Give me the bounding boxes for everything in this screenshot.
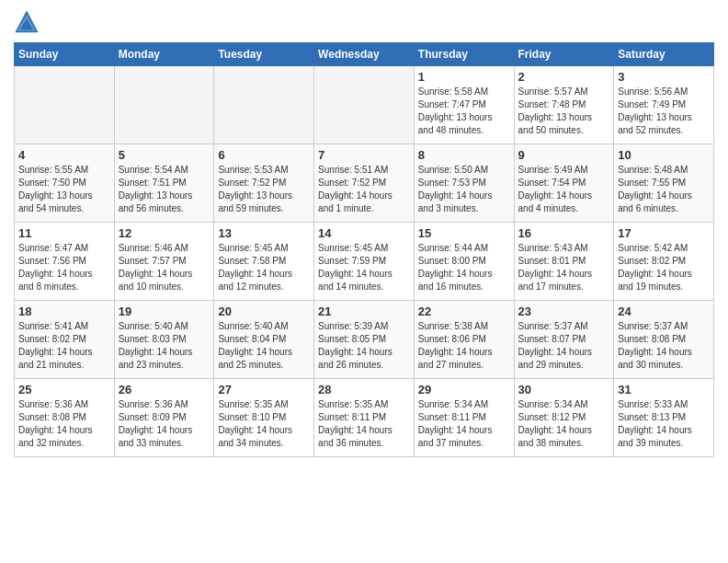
- day-info: Sunrise: 5:33 AM Sunset: 8:13 PM Dayligh…: [618, 398, 710, 450]
- weekday-header-monday: Monday: [114, 43, 214, 66]
- calendar-cell: 28Sunrise: 5:35 AM Sunset: 8:11 PM Dayli…: [314, 379, 415, 457]
- weekday-header-wednesday: Wednesday: [314, 43, 415, 66]
- calendar-cell: 19Sunrise: 5:40 AM Sunset: 8:03 PM Dayli…: [114, 301, 214, 379]
- day-number: 13: [218, 226, 310, 240]
- day-number: 16: [518, 226, 610, 240]
- day-number: 25: [18, 383, 110, 396]
- day-info: Sunrise: 5:39 AM Sunset: 8:05 PM Dayligh…: [318, 320, 410, 372]
- day-number: 5: [119, 148, 210, 162]
- calendar-cell: 25Sunrise: 5:36 AM Sunset: 8:08 PM Dayli…: [15, 379, 115, 457]
- calendar-cell: [114, 66, 214, 144]
- day-number: 23: [518, 304, 610, 318]
- day-info: Sunrise: 5:58 AM Sunset: 7:47 PM Dayligh…: [418, 86, 510, 137]
- day-info: Sunrise: 5:34 AM Sunset: 8:11 PM Dayligh…: [418, 398, 510, 450]
- day-info: Sunrise: 5:51 AM Sunset: 7:52 PM Dayligh…: [318, 164, 410, 215]
- calendar-week-row: 1Sunrise: 5:58 AM Sunset: 7:47 PM Daylig…: [15, 66, 714, 144]
- day-number: 19: [119, 304, 210, 318]
- calendar-cell: 17Sunrise: 5:42 AM Sunset: 8:02 PM Dayli…: [614, 223, 714, 301]
- day-number: 15: [418, 226, 510, 240]
- day-info: Sunrise: 5:53 AM Sunset: 7:52 PM Dayligh…: [218, 164, 310, 215]
- calendar-cell: 14Sunrise: 5:45 AM Sunset: 7:59 PM Dayli…: [314, 223, 415, 301]
- calendar-cell: 4Sunrise: 5:55 AM Sunset: 7:50 PM Daylig…: [15, 144, 115, 223]
- day-number: 21: [318, 304, 410, 318]
- day-number: 2: [518, 70, 610, 84]
- day-info: Sunrise: 5:38 AM Sunset: 8:06 PM Dayligh…: [418, 320, 510, 372]
- calendar-cell: [314, 66, 415, 144]
- logo-icon: [14, 9, 40, 35]
- day-number: 30: [518, 383, 610, 396]
- calendar-cell: 22Sunrise: 5:38 AM Sunset: 8:06 PM Dayli…: [414, 301, 514, 379]
- day-number: 27: [218, 383, 310, 396]
- weekday-header-thursday: Thursday: [414, 43, 514, 66]
- calendar-cell: 21Sunrise: 5:39 AM Sunset: 8:05 PM Dayli…: [314, 301, 415, 379]
- day-info: Sunrise: 5:49 AM Sunset: 7:54 PM Dayligh…: [518, 164, 610, 215]
- day-number: 1: [418, 70, 510, 84]
- calendar-cell: 24Sunrise: 5:37 AM Sunset: 8:08 PM Dayli…: [614, 301, 714, 379]
- calendar-cell: 2Sunrise: 5:57 AM Sunset: 7:48 PM Daylig…: [514, 66, 614, 144]
- calendar-cell: 9Sunrise: 5:49 AM Sunset: 7:54 PM Daylig…: [514, 144, 614, 223]
- day-info: Sunrise: 5:45 AM Sunset: 7:58 PM Dayligh…: [218, 242, 310, 293]
- calendar-cell: 16Sunrise: 5:43 AM Sunset: 8:01 PM Dayli…: [514, 223, 614, 301]
- day-number: 26: [119, 383, 210, 396]
- calendar-table: SundayMondayTuesdayWednesdayThursdayFrid…: [14, 42, 714, 457]
- day-number: 4: [18, 148, 110, 162]
- day-info: Sunrise: 5:44 AM Sunset: 8:00 PM Dayligh…: [418, 242, 510, 293]
- day-number: 7: [318, 148, 410, 162]
- day-number: 31: [618, 383, 710, 396]
- calendar-cell: 15Sunrise: 5:44 AM Sunset: 8:00 PM Dayli…: [414, 223, 514, 301]
- calendar-cell: 31Sunrise: 5:33 AM Sunset: 8:13 PM Dayli…: [614, 379, 714, 457]
- calendar-cell: 30Sunrise: 5:34 AM Sunset: 8:12 PM Dayli…: [514, 379, 614, 457]
- day-info: Sunrise: 5:54 AM Sunset: 7:51 PM Dayligh…: [119, 164, 210, 215]
- day-number: 6: [218, 148, 310, 162]
- day-number: 22: [418, 304, 510, 318]
- calendar-cell: [15, 66, 115, 144]
- calendar-cell: 29Sunrise: 5:34 AM Sunset: 8:11 PM Dayli…: [414, 379, 514, 457]
- weekday-header-friday: Friday: [514, 43, 614, 66]
- calendar-cell: 23Sunrise: 5:37 AM Sunset: 8:07 PM Dayli…: [514, 301, 614, 379]
- weekday-header-saturday: Saturday: [614, 43, 714, 66]
- day-number: 29: [418, 383, 510, 396]
- calendar-cell: 10Sunrise: 5:48 AM Sunset: 7:55 PM Dayli…: [614, 144, 714, 223]
- day-number: 10: [618, 148, 710, 162]
- weekday-header-row: SundayMondayTuesdayWednesdayThursdayFrid…: [15, 43, 714, 66]
- day-number: 18: [18, 304, 110, 318]
- calendar-week-row: 4Sunrise: 5:55 AM Sunset: 7:50 PM Daylig…: [15, 144, 714, 223]
- day-info: Sunrise: 5:35 AM Sunset: 8:10 PM Dayligh…: [218, 398, 310, 450]
- day-number: 3: [618, 70, 710, 84]
- day-info: Sunrise: 5:48 AM Sunset: 7:55 PM Dayligh…: [618, 164, 710, 215]
- day-number: 28: [318, 383, 410, 396]
- weekday-header-sunday: Sunday: [15, 43, 115, 66]
- calendar-week-row: 18Sunrise: 5:41 AM Sunset: 8:02 PM Dayli…: [15, 301, 714, 379]
- calendar-cell: 5Sunrise: 5:54 AM Sunset: 7:51 PM Daylig…: [114, 144, 214, 223]
- day-number: 8: [418, 148, 510, 162]
- day-info: Sunrise: 5:36 AM Sunset: 8:08 PM Dayligh…: [18, 398, 110, 450]
- weekday-header-tuesday: Tuesday: [214, 43, 314, 66]
- calendar-cell: 11Sunrise: 5:47 AM Sunset: 7:56 PM Dayli…: [15, 223, 115, 301]
- day-number: 14: [318, 226, 410, 240]
- day-number: 11: [18, 226, 110, 240]
- calendar-cell: 6Sunrise: 5:53 AM Sunset: 7:52 PM Daylig…: [214, 144, 314, 223]
- page-container: SundayMondayTuesdayWednesdayThursdayFrid…: [0, 0, 728, 466]
- calendar-cell: 12Sunrise: 5:46 AM Sunset: 7:57 PM Dayli…: [114, 223, 214, 301]
- day-info: Sunrise: 5:45 AM Sunset: 7:59 PM Dayligh…: [318, 242, 410, 293]
- day-info: Sunrise: 5:56 AM Sunset: 7:49 PM Dayligh…: [618, 86, 710, 137]
- day-info: Sunrise: 5:40 AM Sunset: 8:03 PM Dayligh…: [119, 320, 210, 372]
- day-info: Sunrise: 5:36 AM Sunset: 8:09 PM Dayligh…: [119, 398, 210, 450]
- calendar-cell: 7Sunrise: 5:51 AM Sunset: 7:52 PM Daylig…: [314, 144, 415, 223]
- calendar-cell: 26Sunrise: 5:36 AM Sunset: 8:09 PM Dayli…: [114, 379, 214, 457]
- day-info: Sunrise: 5:37 AM Sunset: 8:07 PM Dayligh…: [518, 320, 610, 372]
- logo: [14, 9, 43, 35]
- day-info: Sunrise: 5:47 AM Sunset: 7:56 PM Dayligh…: [18, 242, 110, 293]
- calendar-cell: 20Sunrise: 5:40 AM Sunset: 8:04 PM Dayli…: [214, 301, 314, 379]
- calendar-week-row: 25Sunrise: 5:36 AM Sunset: 8:08 PM Dayli…: [15, 379, 714, 457]
- day-info: Sunrise: 5:40 AM Sunset: 8:04 PM Dayligh…: [218, 320, 310, 372]
- day-info: Sunrise: 5:50 AM Sunset: 7:53 PM Dayligh…: [418, 164, 510, 215]
- day-info: Sunrise: 5:46 AM Sunset: 7:57 PM Dayligh…: [119, 242, 210, 293]
- day-info: Sunrise: 5:43 AM Sunset: 8:01 PM Dayligh…: [518, 242, 610, 293]
- day-number: 20: [218, 304, 310, 318]
- day-info: Sunrise: 5:37 AM Sunset: 8:08 PM Dayligh…: [618, 320, 710, 372]
- calendar-cell: 27Sunrise: 5:35 AM Sunset: 8:10 PM Dayli…: [214, 379, 314, 457]
- calendar-cell: 1Sunrise: 5:58 AM Sunset: 7:47 PM Daylig…: [414, 66, 514, 144]
- day-number: 17: [618, 226, 710, 240]
- calendar-cell: [214, 66, 314, 144]
